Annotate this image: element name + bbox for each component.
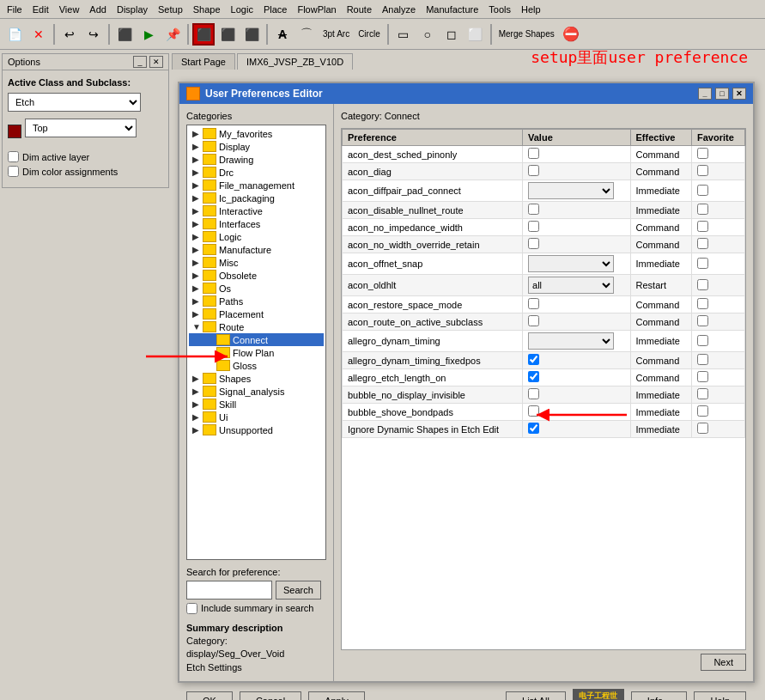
tree-node-my_favorites[interactable]: ▶My_favorites	[189, 127, 324, 140]
pref-value[interactable]	[523, 404, 631, 421]
help-button[interactable]: Help	[694, 691, 746, 700]
move-button[interactable]: ▶	[137, 23, 160, 46]
pref-dropdown[interactable]: all	[528, 277, 614, 294]
menu-analyze[interactable]: Analyze	[377, 3, 421, 16]
pref-favorite[interactable]	[692, 146, 745, 163]
pref-favorite[interactable]	[692, 275, 745, 296]
tab-start-page[interactable]: Start Page	[172, 53, 235, 70]
pref-favorite[interactable]	[692, 163, 745, 180]
menu-setup[interactable]: Setup	[153, 3, 188, 16]
tree-node-os[interactable]: ▶Os	[189, 282, 324, 295]
pref-dropdown[interactable]	[528, 255, 614, 272]
tree-node-gloss[interactable]: Gloss	[189, 359, 324, 372]
pref-checkbox[interactable]	[528, 371, 539, 382]
tree-node-skill[interactable]: ▶Skill	[189, 398, 324, 411]
shape4-button[interactable]: ⬜	[464, 23, 487, 46]
pref-checkbox[interactable]	[528, 238, 539, 249]
menu-route[interactable]: Route	[342, 3, 377, 16]
favorite-checkbox[interactable]	[697, 315, 708, 326]
pref-value[interactable]	[523, 219, 631, 236]
prefs-table[interactable]: Preference Value Effective Favorite acon…	[341, 128, 746, 650]
favorite-checkbox[interactable]	[697, 405, 708, 417]
top-select[interactable]: Top	[25, 119, 137, 137]
tree-node-ic_packaging[interactable]: ▶Ic_packaging	[189, 192, 324, 204]
merge-button[interactable]: ⛔	[560, 23, 582, 46]
menu-flowplan[interactable]: FlowPlan	[292, 3, 341, 16]
menu-place[interactable]: Place	[258, 3, 293, 16]
pref-value[interactable]	[523, 352, 631, 369]
options-minimize[interactable]: _	[133, 56, 147, 68]
arc-button[interactable]: ⌒	[295, 23, 318, 46]
menu-edit[interactable]: Edit	[27, 3, 54, 16]
menu-add[interactable]: Add	[84, 3, 112, 16]
pref-favorite[interactable]	[692, 331, 745, 352]
copy-button[interactable]: ⬛	[113, 23, 136, 46]
shape1-button[interactable]: ▭	[392, 23, 415, 46]
ok-button[interactable]: OK	[186, 691, 233, 700]
pref-value[interactable]	[523, 296, 631, 313]
tree-node-display[interactable]: ▶Display	[189, 140, 324, 153]
pref-checkbox[interactable]	[528, 148, 539, 159]
dim-active-checkbox[interactable]	[8, 151, 19, 162]
favorite-checkbox[interactable]	[697, 238, 708, 249]
pref-value[interactable]	[523, 421, 631, 438]
tree-node-obsolete[interactable]: ▶Obsolete	[189, 269, 324, 282]
pref-value[interactable]	[523, 313, 631, 331]
tree-container[interactable]: ▶My_favorites▶Display▶Drawing▶Drc▶File_m…	[186, 125, 326, 560]
pref-favorite[interactable]	[692, 253, 745, 275]
tab-main[interactable]: IMX6_JVSP_ZB_V10D	[237, 53, 353, 70]
favorite-checkbox[interactable]	[697, 185, 708, 196]
color-swatch[interactable]	[8, 125, 21, 138]
menu-logic[interactable]: Logic	[226, 3, 258, 16]
tree-node-interactive[interactable]: ▶Interactive	[189, 204, 324, 217]
menu-shape[interactable]: Shape	[188, 3, 226, 16]
favorite-checkbox[interactable]	[697, 204, 708, 215]
pref-favorite[interactable]	[692, 236, 745, 253]
pref-value[interactable]	[523, 253, 631, 275]
close-button[interactable]: ✕	[27, 23, 50, 46]
favorite-checkbox[interactable]	[697, 354, 708, 365]
pref-favorite[interactable]	[692, 296, 745, 313]
favorite-checkbox[interactable]	[697, 279, 708, 290]
tree-node-file_management[interactable]: ▶File_management	[189, 179, 324, 192]
menu-view[interactable]: View	[54, 3, 85, 16]
pref-favorite[interactable]	[692, 202, 745, 219]
shape3-button[interactable]: ◻	[440, 23, 463, 46]
pref-value[interactable]: all	[523, 275, 631, 296]
next-button[interactable]: Next	[701, 654, 746, 671]
favorite-checkbox[interactable]	[697, 371, 708, 382]
info-button[interactable]: Info...	[631, 691, 688, 700]
pref-checkbox[interactable]	[528, 221, 539, 232]
pref-favorite[interactable]	[692, 387, 745, 404]
pref-checkbox[interactable]	[528, 204, 539, 215]
favorite-checkbox[interactable]	[697, 221, 708, 232]
tree-node-drc[interactable]: ▶Drc	[189, 166, 324, 179]
tree-node-unsupported[interactable]: ▶Unsupported	[189, 423, 324, 436]
pref-checkbox[interactable]	[528, 165, 539, 176]
options-close[interactable]: ✕	[149, 56, 163, 68]
tree-node-paths[interactable]: ▶Paths	[189, 295, 324, 307]
favorite-checkbox[interactable]	[697, 165, 708, 176]
tree-node-logic[interactable]: ▶Logic	[189, 230, 324, 243]
pref-dropdown[interactable]	[528, 332, 614, 350]
cancel-button[interactable]: Cancel	[240, 691, 301, 700]
pref-value[interactable]	[523, 163, 631, 180]
pref-value[interactable]	[523, 180, 631, 202]
pref-favorite[interactable]	[692, 180, 745, 202]
tree-node-ui[interactable]: ▶Ui	[189, 411, 324, 423]
search-input[interactable]	[186, 581, 272, 600]
tree-node-shapes[interactable]: ▶Shapes	[189, 372, 324, 385]
tool2-button[interactable]: ⬛	[216, 23, 239, 46]
pref-favorite[interactable]	[692, 313, 745, 331]
new-button[interactable]: 📄	[3, 23, 26, 46]
tree-node-interfaces[interactable]: ▶Interfaces	[189, 217, 324, 230]
pref-checkbox[interactable]	[528, 388, 539, 399]
redo-button[interactable]: ↪	[82, 23, 105, 46]
pref-value[interactable]	[523, 146, 631, 163]
etch-select[interactable]: Etch	[8, 93, 141, 112]
pref-value[interactable]	[523, 236, 631, 253]
tree-node-misc[interactable]: ▶Misc	[189, 256, 324, 269]
include-summary-checkbox[interactable]	[186, 603, 197, 614]
shape2-button[interactable]: ○	[416, 23, 439, 46]
favorite-checkbox[interactable]	[697, 335, 708, 346]
